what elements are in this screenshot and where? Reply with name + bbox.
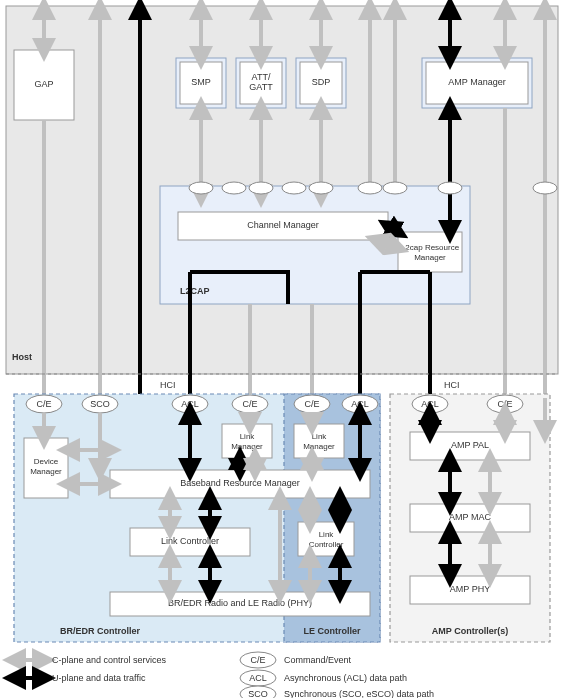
pill-ce-3: C/E (294, 395, 330, 413)
radio-label: BR/EDR Radio and LE Radio (PHY) (168, 598, 312, 608)
svg-text:AMP Manager: AMP Manager (448, 77, 505, 87)
gap-label: GAP (34, 79, 53, 89)
svg-point-33 (309, 182, 333, 194)
channel-manager-label: Channel Manager (247, 220, 319, 230)
svg-text:ACL: ACL (421, 399, 439, 409)
svg-text:GATT: GATT (249, 82, 273, 92)
pill-ce-1: C/E (26, 395, 62, 413)
amp-manager-box: AMP Manager (422, 58, 532, 108)
hci-label-right: HCI (444, 380, 460, 390)
svg-text:Link: Link (319, 530, 335, 539)
svg-text:C-plane and control services: C-plane and control services (52, 655, 167, 665)
svg-point-35 (383, 182, 407, 194)
svg-point-36 (438, 182, 462, 194)
bredr-title: BR/EDR Controller (60, 626, 141, 636)
svg-text:ACL: ACL (351, 399, 369, 409)
svg-text:C/E: C/E (250, 655, 265, 665)
svg-text:Manager: Manager (231, 442, 263, 451)
l2cap-port (189, 182, 213, 194)
svg-text:C/E: C/E (304, 399, 319, 409)
svg-text:ATT/: ATT/ (252, 72, 271, 82)
svg-point-30 (222, 182, 246, 194)
svg-text:Command/Event: Command/Event (284, 655, 352, 665)
svg-text:Link: Link (240, 432, 256, 441)
pill-sco: SCO (82, 395, 118, 413)
svg-text:Device: Device (34, 457, 59, 466)
svg-text:U-plane and data traffic: U-plane and data traffic (52, 673, 146, 683)
svg-text:Synchronous (SCO, eSCO) data p: Synchronous (SCO, eSCO) data path (284, 689, 434, 698)
smp-box: SMP (176, 58, 226, 108)
svg-text:Manager: Manager (30, 467, 62, 476)
sdp-box: SDP (296, 58, 346, 108)
legend: C-plane and control services U-plane and… (14, 652, 434, 698)
svg-text:C/E: C/E (497, 399, 512, 409)
hci-label-left: HCI (160, 380, 176, 390)
svg-text:Controller: Controller (309, 540, 344, 549)
svg-text:SCO: SCO (248, 689, 268, 698)
svg-point-31 (249, 182, 273, 194)
svg-text:Manager: Manager (303, 442, 335, 451)
svg-text:L2cap Resource: L2cap Resource (401, 243, 460, 252)
amp-title: AMP Controller(s) (432, 626, 508, 636)
svg-text:C/E: C/E (242, 399, 257, 409)
pill-acl-3: ACL (412, 395, 448, 413)
amp-mac-label: AMP MAC (449, 512, 491, 522)
svg-text:Asynchronous (ACL) data path: Asynchronous (ACL) data path (284, 673, 407, 683)
pill-ce-4: C/E (487, 395, 523, 413)
baseband-label: Baseband Resource Manager (180, 478, 300, 488)
le-title: LE Controller (303, 626, 360, 636)
pill-acl-2: ACL (342, 395, 378, 413)
svg-point-34 (358, 182, 382, 194)
svg-text:SDP: SDP (312, 77, 331, 87)
svg-text:SMP: SMP (191, 77, 211, 87)
svg-point-32 (282, 182, 306, 194)
pill-acl-1: ACL (172, 395, 208, 413)
attgatt-box: ATT/ GATT (236, 58, 286, 108)
svg-text:ACL: ACL (181, 399, 199, 409)
svg-text:Manager: Manager (414, 253, 446, 262)
amp-phy-label: AMP PHY (450, 584, 490, 594)
svg-text:C/E: C/E (36, 399, 51, 409)
pill-ce-2: C/E (232, 395, 268, 413)
bredr-link-controller-label: Link Controller (161, 536, 219, 546)
svg-point-37 (533, 182, 557, 194)
host-label: Host (12, 352, 32, 362)
svg-text:SCO: SCO (90, 399, 110, 409)
l2cap-title: L2CAP (180, 286, 210, 296)
svg-text:Link: Link (312, 432, 328, 441)
amp-pal-label: AMP PAL (451, 440, 489, 450)
svg-text:ACL: ACL (249, 673, 267, 683)
